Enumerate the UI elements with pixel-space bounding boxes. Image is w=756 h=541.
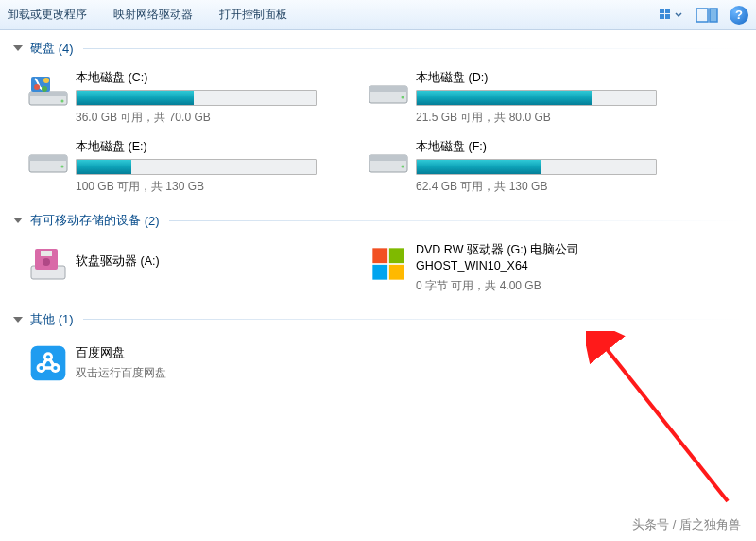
svg-rect-31 [31,345,66,380]
svg-rect-25 [41,251,52,256]
drive-label: 本地磁盘 (C:) [76,70,353,86]
svg-point-36 [39,366,43,370]
drive-label: 本地磁盘 (F:) [416,139,694,155]
usage-bar [416,159,657,175]
drive-info: 36.0 GB 可用，共 70.0 GB [76,110,353,126]
svg-rect-20 [369,155,407,161]
drive-info: 100 GB 可用，共 130 GB [76,179,353,195]
drive-f[interactable]: 本地磁盘 (F:) 62.4 GB 可用，共 130 GB [357,133,697,202]
svg-rect-1 [665,9,670,13]
svg-rect-28 [389,248,404,263]
svg-rect-3 [665,14,670,19]
group-header-hdd[interactable]: 硬盘 (4) [4,34,756,61]
drive-a[interactable]: 软盘驱动器 (A:) [17,236,357,302]
chevron-down-icon [13,218,23,223]
drive-label: 本地磁盘 (E:) [76,139,353,155]
chevron-down-icon [13,45,23,51]
svg-rect-30 [389,265,404,280]
svg-point-11 [34,84,40,90]
toolbar-control-panel[interactable]: 打开控制面板 [219,7,287,23]
svg-point-26 [43,258,50,266]
help-icon[interactable]: ? [730,6,748,25]
content-area: 硬盘 (4) 本地磁盘 (C:) 36.0 [0,30,756,398]
svg-rect-2 [660,14,664,19]
group-title: 有可移动存储的设备 [30,212,141,229]
svg-point-35 [46,355,50,358]
svg-rect-5 [710,9,717,22]
drive-label: 本地磁盘 (D:) [416,70,694,86]
svg-rect-17 [29,155,67,161]
drive-c[interactable]: 本地磁盘 (C:) 36.0 GB 可用，共 70.0 GB [17,64,357,133]
group-header-other[interactable]: 其他 (1) [4,305,756,332]
drive-d[interactable]: 本地磁盘 (D:) 21.5 GB 可用，共 80.0 GB [357,64,697,133]
chevron-down-icon [13,317,23,323]
item-sub: 双击运行百度网盘 [76,365,353,381]
view-options-icon[interactable] [658,5,684,26]
drive-e[interactable]: 本地磁盘 (E:) 100 GB 可用，共 130 GB [17,133,357,202]
drive-info: 21.5 GB 可用，共 80.0 GB [416,110,694,126]
svg-point-21 [402,166,404,168]
preview-pane-icon[interactable] [694,5,720,26]
baidu-netdisk-icon [21,340,76,387]
group-title: 硬盘 [30,40,55,57]
svg-rect-4 [696,9,708,22]
svg-rect-29 [372,265,387,280]
svg-point-8 [61,100,64,103]
drive-info: 0 字节 可用，共 4.00 GB [416,278,694,294]
group-count: (2) [145,214,160,228]
toolbar-map-drive[interactable]: 映射网络驱动器 [113,7,193,23]
group-header-removable[interactable]: 有可移动存储的设备 (2) [4,206,756,233]
watermark: 头条号 / 盾之独角兽 [632,516,741,533]
floppy-icon [21,240,76,288]
drive-label: DVD RW 驱动器 (G:) 电脑公司 GHOST_WIN10_X64 [416,242,694,274]
svg-point-10 [43,78,49,83]
group-title: 其他 [30,311,55,328]
svg-point-37 [53,366,57,370]
drive-label: 软盘驱动器 (A:) [76,253,353,270]
svg-point-12 [42,86,47,92]
hdd-icon [361,137,416,184]
windows-logo-icon [361,240,416,288]
svg-rect-27 [372,248,387,263]
svg-rect-0 [660,9,664,13]
hdd-icon [21,137,76,184]
usage-bar [76,159,317,175]
svg-point-18 [61,166,64,168]
usage-bar [416,90,657,106]
svg-rect-7 [29,92,67,96]
item-baidu-netdisk[interactable]: 百度网盘 双击运行百度网盘 [17,336,357,394]
toolbar-uninstall[interactable]: 卸载或更改程序 [8,7,87,23]
hdd-icon [361,68,416,115]
group-count: (1) [59,312,74,326]
drive-info: 62.4 GB 可用，共 130 GB [416,179,694,195]
svg-rect-14 [369,86,407,92]
system-drive-icon [21,68,76,115]
svg-point-15 [402,96,404,99]
drive-g[interactable]: DVD RW 驱动器 (G:) 电脑公司 GHOST_WIN10_X64 0 字… [357,236,697,302]
usage-bar [76,90,317,106]
group-count: (4) [59,42,74,56]
item-label: 百度网盘 [76,345,353,361]
toolbar: 卸载或更改程序 映射网络驱动器 打开控制面板 ? [0,0,756,30]
